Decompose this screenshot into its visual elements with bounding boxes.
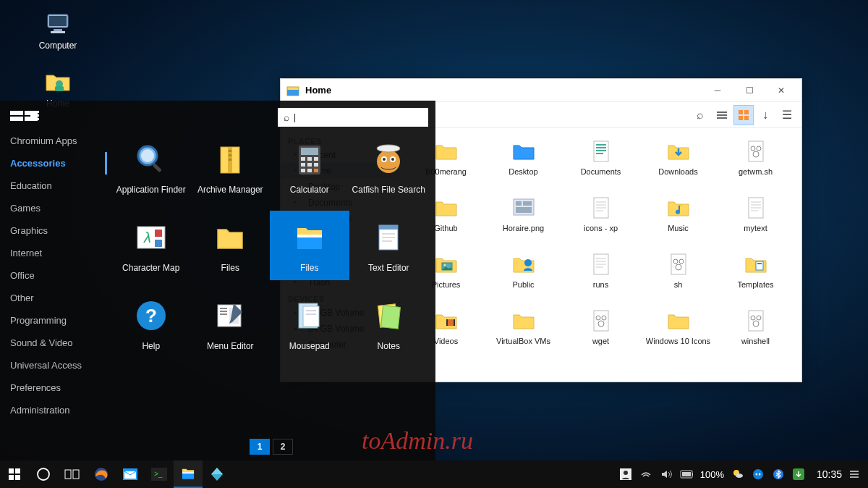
svg-rect-7 bbox=[287, 90, 299, 96]
desktop-icon-computer[interactable]: Computer bbox=[29, 9, 87, 51]
menu-app-item[interactable]: Menu Editor bbox=[191, 296, 271, 351]
app-icon: ? bbox=[132, 296, 171, 335]
tray-wifi-icon[interactable] bbox=[639, 468, 652, 481]
menu-app-item[interactable]: ?Help bbox=[111, 296, 191, 351]
pager-button[interactable]: 2 bbox=[273, 439, 293, 455]
file-item[interactable]: Downloads bbox=[639, 138, 717, 189]
menu-app-item[interactable]: Notes bbox=[349, 296, 429, 351]
tray-volume-icon[interactable] bbox=[660, 468, 673, 481]
file-label: wget bbox=[592, 337, 609, 346]
file-item[interactable]: Music bbox=[639, 195, 717, 245]
taskbar-firefox-button[interactable] bbox=[87, 460, 116, 488]
app-label: Menu Editor bbox=[207, 341, 254, 351]
svg-text:>_: >_ bbox=[154, 470, 163, 478]
toolbar-menu-button[interactable]: ☰ bbox=[777, 105, 797, 125]
menu-app-item[interactable]: Application Finder bbox=[111, 140, 191, 195]
tray-weather-icon[interactable] bbox=[731, 468, 744, 481]
menu-category[interactable]: Programming bbox=[0, 309, 107, 332]
menu-app-item[interactable]: Calculator bbox=[270, 140, 349, 195]
file-item[interactable]: VirtualBox VMs bbox=[485, 308, 562, 358]
menu-category[interactable]: Accessories bbox=[0, 152, 107, 174]
menu-category[interactable]: Preferences bbox=[0, 376, 107, 399]
grid-view-icon[interactable] bbox=[10, 111, 23, 121]
file-icon bbox=[588, 251, 614, 277]
menu-app-item[interactable]: Text Editor bbox=[349, 218, 429, 273]
file-item[interactable]: Public bbox=[485, 251, 562, 302]
menu-app-item[interactable]: Catfish File Search bbox=[349, 140, 429, 195]
taskbar-start-button[interactable] bbox=[0, 460, 29, 488]
file-item[interactable]: wget bbox=[562, 308, 639, 358]
pager-button[interactable]: 1 bbox=[250, 439, 270, 455]
window-titlebar[interactable]: Home ─ ☐ ✕ bbox=[281, 79, 801, 102]
tray-teamviewer-icon[interactable] bbox=[752, 468, 765, 481]
taskbar-files-button[interactable] bbox=[174, 460, 203, 488]
files-area[interactable]: B00merangDesktopDocumentsDownloadsgetwm.… bbox=[400, 128, 801, 382]
menu-category[interactable]: Universal Access bbox=[0, 354, 107, 376]
list-view-icon[interactable] bbox=[30, 111, 43, 121]
maximize-button[interactable]: ☐ bbox=[733, 80, 765, 101]
svg-rect-79 bbox=[301, 169, 305, 172]
file-label: Pictures bbox=[432, 280, 461, 290]
app-icon bbox=[369, 296, 408, 335]
menu-category[interactable]: Office bbox=[0, 264, 107, 287]
close-button[interactable]: ✕ bbox=[765, 80, 797, 101]
menu-app-item[interactable]: Archive Manager bbox=[191, 140, 271, 195]
toolbar-iconview-button[interactable] bbox=[733, 105, 754, 125]
file-label: icons - xp bbox=[584, 224, 618, 233]
menu-category[interactable]: Sound & Video bbox=[0, 332, 107, 354]
menu-app-item[interactable]: λCharacter Map bbox=[111, 218, 191, 273]
menu-category[interactable]: Other bbox=[0, 287, 107, 309]
menu-category[interactable]: Chromium Apps bbox=[0, 130, 107, 152]
svg-rect-69 bbox=[229, 154, 231, 156]
svg-rect-11 bbox=[739, 110, 743, 114]
tray-update-icon[interactable] bbox=[792, 468, 805, 481]
svg-rect-76 bbox=[301, 163, 305, 167]
menu-app-item[interactable]: Mousepad bbox=[270, 296, 349, 351]
file-item[interactable]: mytext bbox=[717, 195, 794, 245]
taskbar-terminal-button[interactable]: >_ bbox=[145, 460, 174, 488]
svg-point-39 bbox=[443, 264, 446, 266]
toolbar-search-button[interactable]: ⌕ bbox=[690, 105, 710, 125]
svg-rect-65 bbox=[152, 163, 161, 172]
menu-view-toggle[interactable] bbox=[0, 111, 107, 130]
taskbar-taskview-button[interactable] bbox=[58, 460, 87, 488]
file-item[interactable]: runs bbox=[562, 251, 639, 302]
file-label: Music bbox=[668, 224, 689, 233]
menu-search-input[interactable]: | bbox=[278, 108, 428, 127]
file-item[interactable]: Documents bbox=[562, 138, 639, 189]
app-icon bbox=[210, 296, 250, 335]
menu-category[interactable]: Internet bbox=[0, 242, 107, 264]
svg-rect-68 bbox=[229, 150, 231, 152]
svg-point-116 bbox=[38, 468, 49, 480]
svg-rect-25 bbox=[516, 201, 522, 206]
file-item[interactable]: Windows 10 Icons bbox=[639, 308, 717, 358]
menu-app-item[interactable]: Files bbox=[270, 211, 349, 280]
menu-app-item[interactable]: Files bbox=[191, 218, 271, 273]
tray-user-icon[interactable] bbox=[619, 468, 632, 481]
toolbar-listview-button[interactable] bbox=[712, 105, 732, 125]
file-item[interactable]: getwm.sh bbox=[717, 138, 794, 189]
file-item[interactable]: icons - xp bbox=[562, 195, 639, 245]
minimize-button[interactable]: ─ bbox=[702, 80, 733, 101]
menu-category[interactable]: Education bbox=[0, 174, 107, 197]
menu-category[interactable]: Graphics bbox=[0, 219, 107, 242]
taskbar-mail-button[interactable] bbox=[116, 460, 145, 488]
application-menu: Chromium AppsAccessoriesEducationGamesGr… bbox=[0, 101, 435, 460]
taskbar-search-button[interactable] bbox=[29, 460, 58, 488]
file-item[interactable]: Templates bbox=[717, 251, 794, 302]
file-item[interactable]: Desktop bbox=[485, 138, 562, 189]
menu-category[interactable]: Administration bbox=[0, 399, 107, 421]
tray-clock[interactable]: 10:35 bbox=[817, 468, 842, 480]
svg-rect-114 bbox=[9, 475, 14, 480]
taskbar-app-button[interactable] bbox=[203, 460, 231, 488]
menu-category[interactable]: Games bbox=[0, 197, 107, 219]
tray-bluetooth-icon[interactable] bbox=[772, 468, 785, 481]
toolbar-down-button[interactable]: ↓ bbox=[755, 105, 775, 125]
tray-battery-icon[interactable] bbox=[680, 468, 693, 481]
file-item[interactable]: sh bbox=[639, 251, 717, 302]
file-item[interactable]: winshell bbox=[717, 308, 794, 358]
tray-menu-icon[interactable] bbox=[849, 468, 859, 481]
file-item[interactable]: Horaire.png bbox=[485, 195, 562, 245]
file-label: Downloads bbox=[658, 167, 697, 177]
file-label: runs bbox=[593, 280, 608, 290]
